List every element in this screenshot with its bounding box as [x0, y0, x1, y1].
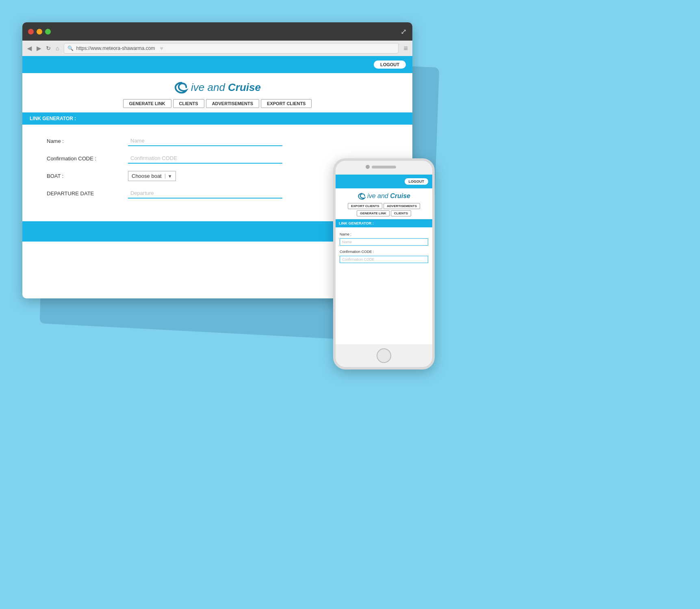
logo-area: ive and Cruise	[22, 80, 412, 95]
phone-header: ive and Cruise EXPORT CLIENTS ADVERTISEM…	[336, 188, 432, 219]
boat-select-arrow-icon: ▼	[165, 174, 172, 179]
phone-camera	[366, 165, 370, 169]
url-text: https://www.meteora-shawarma.com	[76, 45, 155, 51]
window-controls	[28, 29, 51, 35]
address-input[interactable]: 🔍 https://www.meteora-shawarma.com ♥	[64, 43, 399, 54]
phone-wrapper: LOGOUT ive and Cruise EXPORT CLIENTS ADV…	[333, 158, 435, 369]
reload-button[interactable]: ↻	[46, 45, 51, 52]
fullscreen-icon[interactable]: ⤢	[401, 27, 407, 36]
phone-logo-icon	[358, 192, 366, 201]
phone-clients-button[interactable]: CLIENTS	[391, 210, 411, 216]
forward-button[interactable]: ▶	[37, 45, 41, 52]
export-clients-button[interactable]: EXPORT CLIENTS	[261, 99, 312, 108]
phone-section-bar: LINK GENERATOR :	[336, 219, 432, 227]
phone-generate-link-button[interactable]: GENERATE LINK	[357, 210, 390, 216]
back-button[interactable]: ◀	[27, 45, 32, 52]
section-bar-label: LINK GENERATOR :	[30, 116, 76, 121]
phone-logo-italic: ive and	[367, 192, 390, 199]
close-button[interactable]	[28, 29, 34, 35]
browser-addressbar: ◀ ▶ ↻ ⌂ 🔍 https://www.meteora-shawarma.c…	[22, 41, 412, 56]
phone-export-clients-button[interactable]: EXPORT CLIENTS	[348, 203, 382, 209]
phone-nav-buttons: EXPORT CLIENTS ADVERTISEMENTS GENERATE L…	[336, 203, 432, 216]
phone-name-input[interactable]	[340, 238, 428, 246]
departure-input[interactable]	[128, 188, 282, 199]
departure-label: DEPARTURE DATE	[47, 190, 128, 197]
phone-confirmation-row: Confirmation CODE :	[340, 250, 428, 263]
phone-name-row: Name :	[340, 232, 428, 246]
app-topbar: LOGOUT	[22, 56, 412, 73]
bookmark-icon: ♥	[160, 45, 163, 52]
menu-icon[interactable]: ≡	[403, 44, 407, 53]
phone-form-area: Name : Confirmation CODE :	[336, 227, 432, 272]
logo-italic: ive and	[191, 81, 228, 93]
name-input[interactable]	[128, 136, 282, 146]
confirmation-input[interactable]	[128, 153, 282, 164]
phone-device: LOGOUT ive and Cruise EXPORT CLIENTS ADV…	[333, 158, 435, 369]
logo-bold: Cruise	[228, 81, 261, 93]
home-button[interactable]: ⌂	[56, 45, 59, 52]
nav-buttons: GENERATE LINK CLIENTS ADVERTISEMENTS EXP…	[22, 99, 412, 108]
phone-confirmation-label: Confirmation CODE :	[340, 250, 428, 254]
minimize-button[interactable]	[37, 29, 42, 35]
clients-button[interactable]: CLIENTS	[173, 99, 204, 108]
name-row: Name :	[47, 136, 388, 146]
phone-section-bar-label: LINK GENERATOR :	[339, 221, 374, 225]
maximize-button[interactable]	[45, 29, 51, 35]
phone-home-button[interactable]	[377, 348, 391, 363]
logo-icon	[174, 80, 189, 95]
phone-screen: LOGOUT ive and Cruise EXPORT CLIENTS ADV…	[336, 175, 432, 344]
name-label: Name :	[47, 138, 128, 144]
app-header: ive and Cruise GENERATE LINK CLIENTS ADV…	[22, 73, 412, 112]
phone-name-label: Name :	[340, 232, 428, 236]
phone-topbar: LOGOUT	[336, 175, 432, 188]
phone-speaker	[372, 166, 396, 168]
advertisements-button[interactable]: ADVERTISEMENTS	[206, 99, 259, 108]
boat-select[interactable]: Choose boat ▼	[128, 171, 176, 181]
generate-link-button[interactable]: GENERATE LINK	[123, 99, 171, 108]
logout-button[interactable]: LOGOUT	[374, 60, 406, 69]
boat-label: BOAT :	[47, 173, 128, 179]
phone-confirmation-input[interactable]	[340, 256, 428, 263]
boat-select-text: Choose boat	[132, 173, 162, 179]
search-icon: 🔍	[67, 45, 74, 51]
phone-logo-bold: Cruise	[390, 192, 410, 199]
confirmation-label: Confirmation CODE :	[47, 155, 128, 162]
logo-text: ive and Cruise	[191, 81, 261, 94]
phone-logo-text: ive and Cruise	[367, 192, 410, 200]
section-bar: LINK GENERATOR :	[22, 112, 412, 125]
phone-advertisements-button[interactable]: ADVERTISEMENTS	[384, 203, 420, 209]
phone-logo-area: ive and Cruise	[336, 192, 432, 201]
browser-titlebar: ⤢	[22, 22, 412, 41]
phone-logout-button[interactable]: LOGOUT	[405, 178, 429, 185]
